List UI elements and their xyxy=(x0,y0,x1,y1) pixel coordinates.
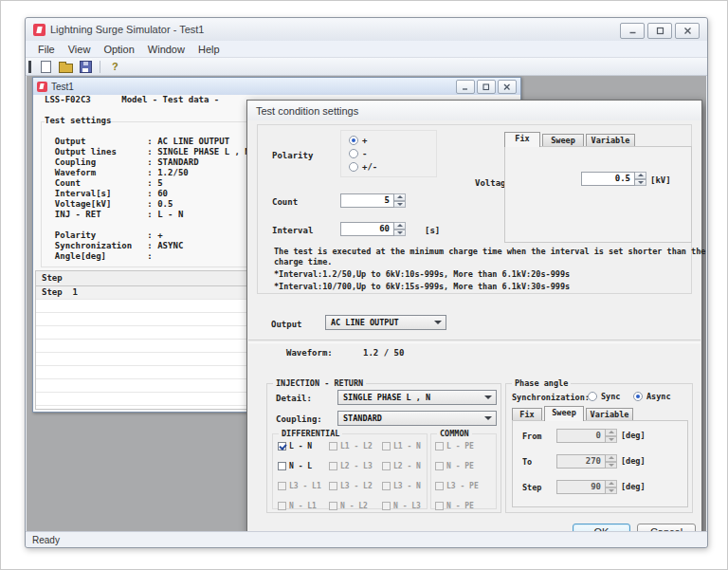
phase-angle-title: Phase angle xyxy=(512,378,571,389)
document-window-controls xyxy=(456,80,517,94)
maximize-icon xyxy=(657,28,663,34)
new-document-icon xyxy=(41,61,51,73)
phase-tab-panel: From 0 [deg] To 270 xyxy=(512,420,688,507)
checkbox-l2-l3: L2 - L3 xyxy=(329,456,382,476)
spin-up-icon[interactable] xyxy=(394,193,406,201)
checkbox-n-l3: N - L3 xyxy=(382,496,428,516)
differential-group: DIFFERENTIAL L - N L1 - L2 L1 - N N - L … xyxy=(272,433,428,509)
from-label: From xyxy=(522,432,556,441)
voltage-tab-sweep[interactable]: Sweep xyxy=(542,134,584,147)
polarity-radio-group: + - +/- xyxy=(340,130,437,177)
mdi-client: Test1 LSS-F02C3 Model - Test data - Test… xyxy=(27,76,706,531)
count-spinner[interactable]: 5 xyxy=(340,193,406,208)
checkbox-l-n[interactable]: L - N xyxy=(278,436,329,456)
checkbox-l3-n: L3 - N xyxy=(382,476,428,496)
voltage-spinner[interactable]: 0.5 xyxy=(581,172,646,186)
dialog-title: Test condition settings xyxy=(256,105,358,117)
ok-button[interactable]: OK xyxy=(573,524,630,531)
phase-tab-sweep[interactable]: Sweep xyxy=(544,406,584,421)
step-label: Step xyxy=(522,483,556,492)
voltage-unit: [kV] xyxy=(650,175,671,186)
help-button[interactable] xyxy=(106,60,123,74)
from-spinner: 0 xyxy=(556,429,617,443)
app-window: Lightning Surge Simulator - Test1 File V… xyxy=(25,17,708,548)
screenshot-canvas: Lightning Surge Simulator - Test1 File V… xyxy=(0,0,728,570)
open-button[interactable] xyxy=(57,60,74,74)
document-titlebar[interactable]: Test1 xyxy=(33,78,520,96)
synchronization-label: Synchronization: xyxy=(512,393,590,403)
menu-help[interactable]: Help xyxy=(191,44,227,55)
checkbox-l-pe: L - PE xyxy=(435,436,492,456)
dialog-titlebar[interactable]: Test condition settings xyxy=(247,101,701,120)
phase-tab-fix[interactable]: Fix xyxy=(512,408,542,421)
checkbox-n-l[interactable]: N - L xyxy=(278,456,329,476)
spin-down-icon[interactable] xyxy=(394,201,406,209)
voltage-tab-fix[interactable]: Fix xyxy=(504,132,540,147)
dialog-body: Polarity + - +/- Count 5 Interval 60 xyxy=(247,120,701,531)
menu-window[interactable]: Window xyxy=(141,44,191,55)
close-button[interactable] xyxy=(675,23,700,39)
voltage-tab-variable[interactable]: Variable xyxy=(586,134,635,147)
save-button[interactable] xyxy=(77,60,94,74)
dropdown-arrow-icon xyxy=(484,395,492,399)
polarity-label: Polarity xyxy=(272,151,313,161)
phase-tab-variable[interactable]: Variable xyxy=(586,408,633,421)
interval-note: The test is executed at the minimum char… xyxy=(274,247,705,292)
checkbox-icon xyxy=(382,502,391,510)
common-group: COMMON L - PE N - PE L3 - PE N - PE xyxy=(430,433,497,509)
dropdown-arrow-icon xyxy=(484,416,492,420)
menu-option[interactable]: Option xyxy=(97,44,140,55)
spin-down-icon[interactable] xyxy=(635,179,646,187)
injection-return-group: INJECTION - RETURN Detail: SINGLE PHASE … xyxy=(266,383,501,513)
spin-down-icon[interactable] xyxy=(394,230,406,237)
interval-field[interactable]: 60 xyxy=(340,222,394,236)
toolbar-grip[interactable] xyxy=(28,61,31,73)
async-radio[interactable]: Async xyxy=(633,390,671,403)
phase-angle-group: Phase angle Synchronization: Sync Async … xyxy=(505,383,693,513)
voltage-field[interactable]: 0.5 xyxy=(581,172,635,186)
common-checkbox-grid: L - PE N - PE L3 - PE N - PE xyxy=(435,436,492,516)
count-field[interactable]: 5 xyxy=(340,193,394,208)
polarity-plusminus-radio[interactable]: +/- xyxy=(349,160,436,174)
menu-view[interactable]: View xyxy=(62,44,98,55)
radio-selected-icon xyxy=(633,392,643,401)
new-button[interactable] xyxy=(37,60,54,74)
doc-close-button[interactable] xyxy=(498,80,517,94)
window-controls xyxy=(620,23,700,39)
polarity-minus-radio[interactable]: - xyxy=(349,147,436,160)
output-combobox[interactable]: AC LINE OUTPUT xyxy=(325,315,446,330)
to-row: To 270 [deg] xyxy=(522,454,646,469)
spin-up-icon[interactable] xyxy=(394,222,406,230)
status-text: Ready xyxy=(32,535,60,545)
checkbox-icon xyxy=(435,502,444,510)
count-label: Count xyxy=(272,197,298,208)
checkbox-icon xyxy=(435,442,444,450)
polarity-plus-radio[interactable]: + xyxy=(349,134,436,147)
checkbox-icon xyxy=(435,482,444,490)
checkbox-icon xyxy=(329,482,337,490)
doc-minimize-button[interactable] xyxy=(456,80,475,94)
detail-combobox[interactable]: SINGLE PHASE L , N xyxy=(337,390,497,405)
test-condition-dialog: Test condition settings Polarity + - +/-… xyxy=(246,100,702,531)
coupling-combobox[interactable]: STANDARD xyxy=(337,411,497,426)
differential-checkbox-grid: L - N L1 - L2 L1 - N N - L L2 - L3 L2 - … xyxy=(278,436,428,516)
document-icon xyxy=(37,82,47,92)
cell-step: Step 1 xyxy=(36,286,250,299)
document-title: Test1 xyxy=(51,82,74,92)
cancel-button[interactable]: Cancel xyxy=(637,524,696,531)
checkbox-checked-icon xyxy=(278,442,286,450)
column-header-step: Step xyxy=(36,271,250,285)
menu-file[interactable]: File xyxy=(31,44,62,55)
sync-radio[interactable]: Sync xyxy=(588,390,620,403)
interval-spinner[interactable]: 60 xyxy=(340,222,406,236)
separator xyxy=(248,340,701,343)
spin-up-icon[interactable] xyxy=(635,172,646,179)
maximize-button[interactable] xyxy=(647,23,672,39)
minimize-button[interactable] xyxy=(620,23,645,39)
checkbox-icon xyxy=(329,462,337,470)
app-title: Lightning Surge Simulator - Test1 xyxy=(50,24,204,35)
waveform-value: 1.2 / 50 xyxy=(363,348,404,359)
from-row: From 0 [deg] xyxy=(522,429,646,443)
doc-maximize-button[interactable] xyxy=(477,80,496,94)
app-titlebar[interactable]: Lightning Surge Simulator - Test1 xyxy=(26,18,707,41)
